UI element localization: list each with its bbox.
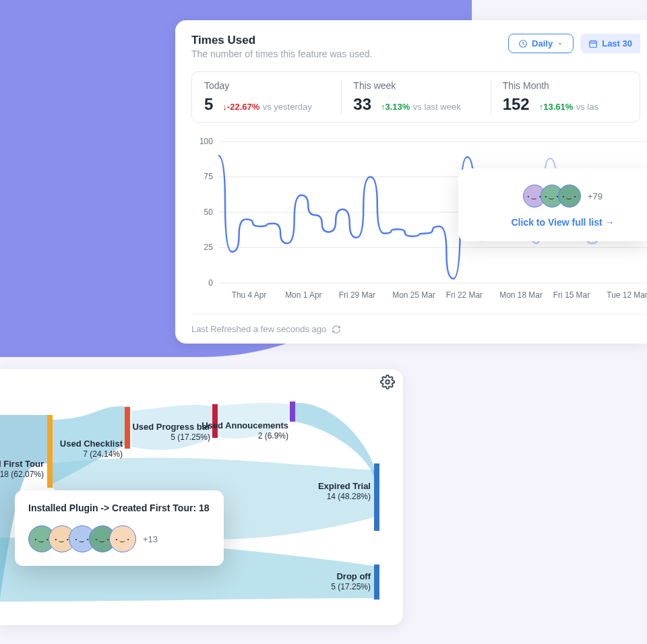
svg-text:Tue 12 Mar: Tue 12 Mar bbox=[607, 290, 647, 300]
svg-text:100: 100 bbox=[199, 137, 213, 146]
svg-text:Mon 1 Apr: Mon 1 Apr bbox=[285, 290, 321, 300]
stat-vs: vs las bbox=[576, 102, 598, 112]
stat-week: This week 33 ↑3.13% vs last week bbox=[341, 72, 490, 122]
stat-label: This Month bbox=[503, 80, 627, 91]
svg-text:Used Progress bar: Used Progress bar bbox=[132, 422, 210, 432]
svg-text:Thu 4 Apr: Thu 4 Apr bbox=[232, 290, 267, 300]
svg-rect-1 bbox=[590, 40, 597, 46]
avatar-count: +79 bbox=[588, 191, 603, 201]
svg-text:Mon 25 Mar: Mon 25 Mar bbox=[392, 290, 435, 300]
svg-text:25: 25 bbox=[204, 243, 214, 252]
stat-delta: ↑13.61% bbox=[539, 102, 574, 112]
svg-text:Fri 15 Mar: Fri 15 Mar bbox=[553, 290, 590, 300]
avatar-icon: • ‿ • bbox=[558, 185, 581, 207]
svg-text:2 (6.9%): 2 (6.9%) bbox=[258, 431, 288, 441]
svg-text:Expired Trial: Expired Trial bbox=[318, 481, 371, 491]
svg-rect-22 bbox=[125, 407, 130, 449]
svg-point-20 bbox=[386, 380, 390, 384]
daily-label: Daily bbox=[532, 38, 553, 49]
svg-text:5 (17.25%): 5 (17.25%) bbox=[171, 432, 210, 442]
stat-vs: vs last week bbox=[413, 102, 461, 112]
stat-vs: vs yesterday bbox=[263, 102, 312, 112]
svg-text:5 (17.25%): 5 (17.25%) bbox=[331, 582, 371, 591]
tooltip-avatar-group: • ‿ • • ‿ • • ‿ • • ‿ • • ‿ • +13 bbox=[28, 525, 210, 552]
card-title: Times Used bbox=[191, 34, 372, 47]
tooltip-title: Installed Plugin -> Created First Tour: … bbox=[28, 503, 210, 513]
date-range-button[interactable]: Last 30 bbox=[580, 34, 640, 53]
svg-rect-24 bbox=[290, 401, 295, 422]
calendar-icon bbox=[588, 39, 598, 49]
line-chart: 0255075100 Thu 4 AprMon 1 AprFri 29 MarM… bbox=[191, 135, 647, 303]
svg-text:7 (24.14%): 7 (24.14%) bbox=[83, 449, 123, 459]
daily-dropdown[interactable]: Daily bbox=[508, 34, 574, 53]
svg-rect-21 bbox=[47, 415, 53, 488]
svg-text:75: 75 bbox=[204, 172, 214, 181]
refresh-icon[interactable] bbox=[332, 325, 341, 334]
svg-text:Fri 29 Mar: Fri 29 Mar bbox=[339, 290, 375, 300]
svg-text:50: 50 bbox=[204, 207, 214, 217]
svg-text:Used Checklist: Used Checklist bbox=[60, 439, 123, 449]
svg-text:Used Annoucements: Used Annoucements bbox=[202, 420, 288, 430]
sankey-tooltip: Installed Plugin -> Created First Tour: … bbox=[15, 490, 224, 566]
card-subtitle: The number of times this feature was use… bbox=[191, 49, 372, 59]
svg-text:0: 0 bbox=[208, 278, 213, 288]
svg-text:18 (62.07%): 18 (62.07%) bbox=[0, 470, 44, 479]
avatar-group: • ‿ • • ‿ • • ‿ • +79 bbox=[485, 185, 640, 207]
svg-text:14 (48.28%): 14 (48.28%) bbox=[327, 492, 371, 501]
stat-delta: ↑3.13% bbox=[381, 102, 410, 112]
clock-icon bbox=[518, 39, 528, 49]
user-overlay-card: • ‿ • • ‿ • • ‿ • +79 Click to View full… bbox=[458, 168, 647, 241]
last-refreshed: Last Refreshed a few seconds ago bbox=[191, 314, 647, 334]
times-used-card: Times Used The number of times this feat… bbox=[175, 20, 647, 344]
range-label: Last 30 bbox=[602, 38, 632, 49]
svg-text:d First Tour: d First Tour bbox=[0, 459, 44, 469]
gear-icon[interactable] bbox=[380, 375, 395, 389]
stat-label: This week bbox=[353, 80, 478, 91]
stat-delta: ↓-22.67% bbox=[222, 102, 259, 112]
sankey-card: d First Tour 18 (62.07%) Used Checklist … bbox=[0, 369, 403, 625]
avatar-icon: • ‿ • bbox=[109, 525, 136, 552]
stat-value: 152 bbox=[503, 95, 530, 114]
stat-month: This Month 152 ↑13.61% vs las bbox=[491, 72, 640, 122]
svg-rect-25 bbox=[374, 463, 379, 531]
stat-value: 5 bbox=[204, 95, 213, 114]
view-full-list-link[interactable]: Click to View full list → bbox=[485, 217, 640, 228]
stat-value: 33 bbox=[353, 95, 371, 114]
svg-text:Mon 18 Mar: Mon 18 Mar bbox=[499, 290, 543, 300]
stat-label: Today bbox=[204, 80, 329, 91]
svg-text:Fri 22 Mar: Fri 22 Mar bbox=[446, 290, 483, 300]
stat-today: Today 5 ↓-22.67% vs yesterday bbox=[192, 72, 341, 122]
svg-rect-26 bbox=[374, 565, 379, 600]
chevron-down-icon bbox=[557, 40, 563, 47]
svg-text:Drop off: Drop off bbox=[336, 571, 371, 581]
stats-row: Today 5 ↓-22.67% vs yesterday This week … bbox=[191, 71, 640, 123]
avatar-count: +13 bbox=[143, 534, 158, 544]
